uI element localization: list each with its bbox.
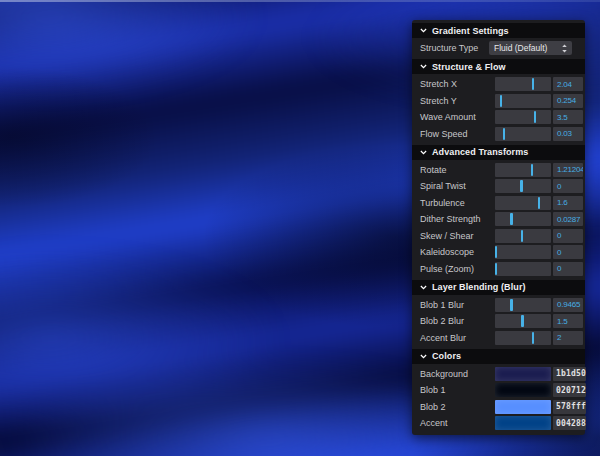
value-field-spiral-twist[interactable]: 0: [553, 179, 583, 193]
value-field-wave-amount[interactable]: 3.5: [553, 110, 583, 124]
control-area: 0.9465: [495, 298, 583, 312]
row-structure-type: Structure Type Fluid (Default): [412, 41, 583, 55]
panel-section: Layer Blending (Blur) Blob 1 Blur 0.9465…: [412, 280, 585, 345]
slider-blob-1-blur[interactable]: [495, 298, 551, 312]
control-area: 004288: [495, 416, 583, 430]
control-label: Pulse (Zoom): [420, 264, 495, 274]
slider-handle[interactable]: [532, 78, 535, 90]
section-header-structure-flow[interactable]: Structure & Flow: [412, 59, 585, 74]
row-wave-amount: Wave Amount 3.5: [412, 110, 583, 124]
hex-field-background[interactable]: 1b1d50: [553, 367, 586, 381]
chevron-down-icon: [420, 353, 427, 360]
slider-handle[interactable]: [532, 332, 535, 344]
slider-wave-amount[interactable]: [495, 110, 551, 124]
control-area: 0: [495, 229, 583, 243]
value-field-pulse-zoom[interactable]: 0: [553, 262, 583, 276]
section-title: Layer Blending (Blur): [432, 282, 526, 292]
control-area: 3.5: [495, 110, 583, 124]
slider-handle[interactable]: [495, 246, 497, 258]
slider-stretch-x[interactable]: [495, 77, 551, 91]
section-header-advanced-transforms[interactable]: Advanced Transforms: [412, 145, 585, 160]
slider-stretch-y[interactable]: [495, 94, 551, 108]
section-title: Gradient Settings: [432, 26, 509, 36]
section-title: Advanced Transforms: [432, 147, 528, 157]
panel-section: Gradient Settings Structure Type Fluid (…: [412, 23, 585, 55]
slider-turbulence[interactable]: [495, 196, 551, 210]
control-area: 2.04: [495, 77, 583, 91]
slider-handle[interactable]: [538, 197, 541, 209]
slider-handle[interactable]: [531, 164, 534, 176]
value-field-flow-speed[interactable]: 0.03: [553, 127, 583, 141]
slider-handle[interactable]: [503, 128, 506, 140]
color-swatch-blob-1[interactable]: [495, 383, 551, 397]
slider-handle[interactable]: [495, 263, 497, 275]
value-field-blob-1-blur[interactable]: 0.9465: [553, 298, 583, 312]
hex-field-blob-1[interactable]: 020712: [553, 383, 586, 397]
row-blob-1: Blob 1 020712: [412, 383, 583, 397]
value-field-skew-shear[interactable]: 0: [553, 229, 583, 243]
value-field-stretch-x[interactable]: 2.04: [553, 77, 583, 91]
slider-handle[interactable]: [521, 230, 524, 242]
slider-handle[interactable]: [510, 213, 513, 225]
section-header-gradient-settings[interactable]: Gradient Settings: [412, 23, 585, 38]
panel-section: Structure & Flow Stretch X 2.04 Stretch …: [412, 59, 585, 141]
control-label: Stretch Y: [420, 96, 495, 106]
slider-kaleidoscope[interactable]: [495, 245, 551, 259]
hex-field-blob-2[interactable]: 578fff: [553, 400, 586, 414]
slider-blob-2-blur[interactable]: [495, 314, 551, 328]
row-background: Background 1b1d50: [412, 367, 583, 381]
control-area: 2: [495, 331, 583, 345]
slider-handle[interactable]: [520, 180, 523, 192]
slider-handle[interactable]: [534, 111, 537, 123]
control-label: Spiral Twist: [420, 181, 495, 191]
row-skew-shear: Skew / Shear 0: [412, 229, 583, 243]
slider-handle[interactable]: [521, 315, 524, 327]
chevron-down-icon: [420, 149, 427, 156]
slider-flow-speed[interactable]: [495, 127, 551, 141]
slider-rotate[interactable]: [495, 163, 551, 177]
slider-handle[interactable]: [500, 95, 503, 107]
panel-section: Advanced Transforms Rotate 1.21204 Spira…: [412, 145, 585, 276]
value-field-kaleidoscope[interactable]: 0: [553, 245, 583, 259]
section-header-layer-blending-blur[interactable]: Layer Blending (Blur): [412, 280, 585, 295]
control-label: Wave Amount: [420, 112, 495, 122]
structure-type-select[interactable]: Fluid (Default): [489, 41, 572, 55]
section-header-colors[interactable]: Colors: [412, 349, 585, 364]
value-field-dither-strength[interactable]: 0.0287: [553, 212, 583, 226]
section-title: Structure & Flow: [432, 62, 506, 72]
value-field-accent-blur[interactable]: 2: [553, 331, 583, 345]
control-label: Blob 1 Blur: [420, 300, 495, 310]
value-field-rotate[interactable]: 1.21204: [553, 163, 583, 177]
slider-pulse-zoom[interactable]: [495, 262, 551, 276]
chevron-down-icon: [420, 284, 427, 291]
row-kaleidoscope: Kaleidoscope 0: [412, 245, 583, 259]
row-accent: Accent 004288: [412, 416, 583, 430]
color-swatch-accent[interactable]: [495, 416, 551, 430]
slider-skew-shear[interactable]: [495, 229, 551, 243]
slider-accent-blur[interactable]: [495, 331, 551, 345]
control-label: Background: [420, 369, 495, 379]
control-label: Rotate: [420, 165, 495, 175]
row-stretch-y: Stretch Y 0.254: [412, 94, 583, 108]
color-swatch-background[interactable]: [495, 367, 551, 381]
control-area: 0: [495, 262, 583, 276]
panel-section: Colors Background 1b1d50 Blob 1 020712 B…: [412, 349, 585, 431]
control-area: 0: [495, 245, 583, 259]
row-blob-1-blur: Blob 1 Blur 0.9465: [412, 298, 583, 312]
hex-field-accent[interactable]: 004288: [553, 416, 586, 430]
control-label: Flow Speed: [420, 129, 495, 139]
control-area: 1.6: [495, 196, 583, 210]
value-field-stretch-y[interactable]: 0.254: [553, 94, 583, 108]
row-dither-strength: Dither Strength 0.0287: [412, 212, 583, 226]
section-body: Background 1b1d50 Blob 1 020712 Blob 2 5…: [412, 367, 585, 431]
slider-dither-strength[interactable]: [495, 212, 551, 226]
value-field-blob-2-blur[interactable]: 1.5: [553, 314, 583, 328]
slider-handle[interactable]: [510, 299, 513, 311]
slider-spiral-twist[interactable]: [495, 179, 551, 193]
control-area: 0: [495, 179, 583, 193]
control-label: Blob 1: [420, 385, 495, 395]
row-turbulence: Turbulence 1.6: [412, 196, 583, 210]
color-swatch-blob-2[interactable]: [495, 400, 551, 414]
section-body: Stretch X 2.04 Stretch Y 0.254 Wave Amou…: [412, 77, 585, 141]
value-field-turbulence[interactable]: 1.6: [553, 196, 583, 210]
